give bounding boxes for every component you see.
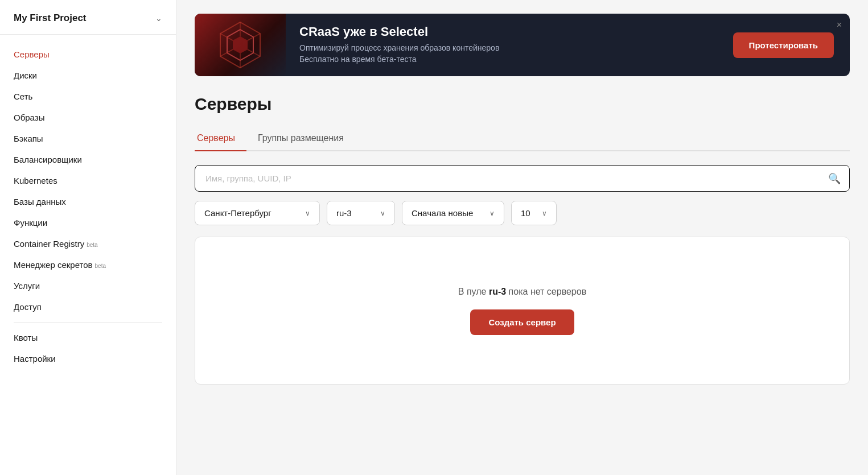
svg-marker-2 <box>233 36 248 53</box>
sidebar-item-balancers[interactable]: Балансировщики <box>0 149 176 170</box>
sidebar-item-disks[interactable]: Диски <box>0 65 176 86</box>
filter-row: Санкт-Петербург ∨ ru-3 ∨ Сначала новые ∨… <box>195 201 850 225</box>
pool-filter-label: ru-3 <box>336 208 375 218</box>
create-server-button[interactable]: Создать сервер <box>470 309 574 335</box>
chevron-down-icon: ⌄ <box>155 14 162 23</box>
search-row: 🔍 <box>195 165 850 192</box>
sidebar-divider <box>14 322 162 323</box>
sort-filter-label: Сначала новые <box>412 208 484 218</box>
pool-name-highlight: ru-3 <box>489 287 506 296</box>
banner-subtitle: Оптимизируй процесс хранения образов кон… <box>299 43 719 65</box>
banner-graphic <box>195 14 286 76</box>
sidebar-item-secrets-manager[interactable]: Менеджер секретовbeta <box>0 254 176 275</box>
sidebar-item-databases[interactable]: Базы данных <box>0 191 176 212</box>
sidebar-item-kubernetes[interactable]: Kubernetes <box>0 170 176 191</box>
close-banner-button[interactable]: × <box>837 20 842 30</box>
sidebar-item-images[interactable]: Образы <box>0 107 176 128</box>
sidebar-item-container-registry[interactable]: Container Registrybeta <box>0 233 176 254</box>
banner-title: CRaaS уже в Selectel <box>299 24 719 39</box>
main-content: CRaaS уже в Selectel Оптимизируй процесс… <box>176 0 868 475</box>
tabs: Серверы Группы размещения <box>195 127 850 151</box>
chevron-down-icon: ∨ <box>305 209 310 217</box>
city-filter[interactable]: Санкт-Петербург ∨ <box>195 201 320 225</box>
tab-placement-groups[interactable]: Группы размещения <box>256 127 355 151</box>
sidebar-nav: СерверыДискиСетьОбразыБэкапыБалансировщи… <box>0 35 176 475</box>
test-button[interactable]: Протестировать <box>733 32 834 58</box>
sort-filter[interactable]: Сначала новые ∨ <box>402 201 504 225</box>
empty-state: В пуле ru-3 пока нет серверов Создать се… <box>195 237 850 385</box>
sidebar-item-servers[interactable]: Серверы <box>0 44 176 65</box>
project-name: My First Project <box>14 13 87 24</box>
search-input[interactable] <box>195 165 850 192</box>
chevron-down-icon: ∨ <box>489 209 495 217</box>
sidebar-item-functions[interactable]: Функции <box>0 212 176 233</box>
banner-text: CRaaS уже в Selectel Оптимизируй процесс… <box>286 24 733 65</box>
chevron-down-icon: ∨ <box>542 209 547 217</box>
search-wrap: 🔍 <box>195 165 850 192</box>
sidebar-item-backups[interactable]: Бэкапы <box>0 128 176 149</box>
sidebar-item-network[interactable]: Сеть <box>0 86 176 107</box>
sidebar-item-quotas[interactable]: Квоты <box>0 327 176 348</box>
project-selector[interactable]: My First Project ⌄ <box>0 0 176 35</box>
page-title: Серверы <box>195 94 850 114</box>
pool-filter[interactable]: ru-3 ∨ <box>327 201 395 225</box>
chevron-down-icon: ∨ <box>380 209 385 217</box>
sidebar-item-services[interactable]: Услуги <box>0 275 176 296</box>
count-filter-label: 10 <box>521 208 536 218</box>
craas-banner: CRaaS уже в Selectel Оптимизируй процесс… <box>195 14 850 76</box>
sidebar-item-settings[interactable]: Настройки <box>0 348 176 369</box>
empty-state-text: В пуле ru-3 пока нет серверов <box>458 287 586 297</box>
count-filter[interactable]: 10 ∨ <box>511 201 557 225</box>
city-filter-label: Санкт-Петербург <box>204 208 299 218</box>
sidebar-item-access[interactable]: Доступ <box>0 296 176 317</box>
tab-servers[interactable]: Серверы <box>195 127 246 151</box>
sidebar: My First Project ⌄ СерверыДискиСетьОбраз… <box>0 0 176 475</box>
